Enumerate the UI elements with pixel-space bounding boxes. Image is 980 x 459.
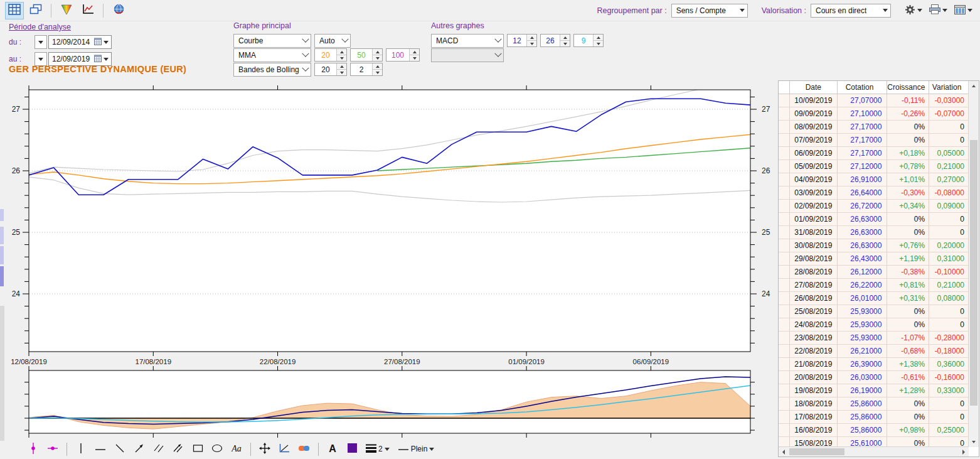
print-button[interactable]	[928, 3, 949, 18]
columns-button[interactable]	[953, 4, 974, 18]
font-button[interactable]: A	[327, 441, 338, 456]
table-row[interactable]: 23/08/201925,93000-1,07%-0,28000	[779, 332, 969, 345]
table-row[interactable]: 19/08/201926,19000+1,28%0,33000	[779, 384, 969, 397]
calendar-icon[interactable]	[94, 38, 102, 47]
spinner-down-button[interactable]	[594, 41, 603, 46]
table-row[interactable]: 09/09/201927,10000-0,26%-0,07000	[779, 107, 969, 121]
table-row[interactable]: 01/09/201926,630000%0	[779, 213, 969, 226]
macd-slow-spinner[interactable]: 26	[540, 34, 570, 47]
table-row[interactable]: 31/08/201926,630000%0	[779, 226, 969, 239]
table-row[interactable]: 02/09/201926,72000+0,34%0,09000	[779, 200, 969, 213]
oblique-line-tool[interactable]	[114, 441, 125, 456]
header-cotation[interactable]: Cotation	[838, 81, 888, 94]
table-row[interactable]: 29/08/201926,43000+1,19%0,31000	[779, 252, 969, 266]
horizontal-line-tool[interactable]	[95, 441, 106, 456]
header-croissance[interactable]: Croissance	[887, 81, 929, 94]
spinner-down-button[interactable]	[527, 41, 536, 46]
spinner-up-button[interactable]	[594, 35, 603, 41]
chart-button[interactable]	[78, 2, 97, 19]
table-row[interactable]: 24/08/201925,930000%0	[779, 318, 969, 332]
table-row[interactable]: 07/09/201927,170000%0	[779, 134, 969, 147]
spinner-value[interactable]: 12	[508, 35, 526, 46]
horizontal-marker-tool[interactable]	[47, 441, 58, 456]
text-tool[interactable]: Aa	[231, 441, 242, 456]
spinner-up-button[interactable]	[373, 49, 382, 55]
cascade-windows-button[interactable]	[26, 2, 45, 19]
spinner-down-button[interactable]	[337, 70, 346, 75]
table-row[interactable]: 26/08/201926,01000+0,31%0,08000	[779, 292, 969, 305]
header-variation[interactable]: Variation	[929, 81, 969, 94]
table-row[interactable]: 20/08/201926,03000-0,61%-0,16000	[779, 371, 969, 384]
spinner-value[interactable]: 9	[574, 35, 593, 46]
filter-button[interactable]	[57, 2, 76, 19]
mma-period3-spinner[interactable]: 100	[386, 48, 420, 62]
calendar-icon[interactable]	[94, 55, 102, 64]
table-row[interactable]: 03/09/201926,64000-0,30%-0,08000	[779, 186, 969, 200]
line-width-select[interactable]: 2	[366, 441, 390, 456]
parallel-lines-tool[interactable]	[153, 441, 164, 456]
vertical-marker-tool[interactable]	[28, 441, 39, 456]
spinner-down-button[interactable]	[410, 55, 419, 61]
spinner-value[interactable]: 100	[386, 49, 409, 61]
web-button[interactable]	[109, 2, 128, 19]
grid-view-button[interactable]	[5, 2, 24, 19]
scroll-down-button[interactable]	[969, 437, 979, 447]
spinner-value[interactable]: 50	[351, 49, 372, 61]
spinner-up-button[interactable]	[337, 63, 346, 70]
arrow-tool[interactable]	[134, 441, 145, 456]
spinner-down-button[interactable]	[560, 41, 570, 46]
graph-type-select[interactable]: Courbe	[233, 34, 311, 48]
spinner-value[interactable]: 20	[315, 49, 336, 61]
trend-chart-tool[interactable]	[279, 441, 290, 456]
scale-select[interactable]: Auto	[314, 34, 351, 48]
table-vertical-scrollbar[interactable]	[968, 81, 979, 447]
spinner-down-button[interactable]	[373, 70, 382, 75]
table-row[interactable]: 05/09/201927,12000+0,78%0,21000	[779, 160, 969, 173]
move-tool[interactable]	[259, 441, 270, 456]
header-date[interactable]: Date	[790, 81, 838, 94]
spinner-up-button[interactable]	[527, 35, 536, 41]
vertical-line-tool[interactable]	[75, 441, 87, 456]
table-horizontal-scrollbar[interactable]	[779, 446, 969, 456]
table-row[interactable]: 27/08/201926,22000+0,81%0,21000	[779, 279, 969, 292]
spinner-up-button[interactable]	[560, 35, 570, 41]
table-row[interactable]: 06/09/201927,17000+0,18%0,05000	[779, 147, 969, 160]
color-button[interactable]	[346, 441, 358, 456]
spinner-down-button[interactable]	[337, 55, 346, 61]
eraser-tool[interactable]	[298, 441, 310, 456]
mma-period2-spinner[interactable]: 50	[350, 48, 383, 62]
scroll-right-button[interactable]	[959, 447, 969, 456]
macd-signal-spinner[interactable]: 9	[573, 34, 604, 47]
vertical-scroll-thumb[interactable]	[970, 140, 977, 406]
spinner-down-button[interactable]	[373, 55, 382, 61]
table-row[interactable]: 08/09/201927,170000%0	[779, 121, 969, 134]
du-preset-select[interactable]	[35, 35, 47, 49]
table-row[interactable]: 30/08/201926,63000+0,76%0,20000	[779, 239, 969, 252]
spinner-up-button[interactable]	[337, 49, 346, 55]
spinner-value[interactable]: 2	[351, 63, 372, 75]
horizontal-scroll-thumb[interactable]	[789, 448, 844, 455]
table-row[interactable]: 28/08/201926,12000-0,38%-0,10000	[779, 266, 969, 279]
table-row[interactable]: 18/08/201925,860000%0	[779, 397, 969, 411]
regroupement-select[interactable]: Sens / Compte	[671, 4, 748, 18]
spinner-value[interactable]: 20	[315, 63, 336, 75]
table-row[interactable]: 16/08/201925,86000+0,98%0,25000	[779, 424, 969, 437]
spinner-up-button[interactable]	[373, 63, 382, 70]
bollinger-deviation-spinner[interactable]: 2	[350, 63, 383, 76]
date-du-input[interactable]: 12/09/2014	[48, 35, 112, 49]
valorisation-select[interactable]: Cours en direct	[811, 4, 891, 18]
table-row[interactable]: 15/08/201925,610000%0	[779, 437, 969, 447]
scroll-up-button[interactable]	[969, 81, 979, 91]
ellipse-tool[interactable]	[211, 441, 223, 456]
rectangle-tool[interactable]	[192, 441, 203, 456]
mma-period1-spinner[interactable]: 20	[314, 48, 347, 62]
spinner-value[interactable]: 26	[541, 35, 560, 46]
macd-fast-spinner[interactable]: 12	[507, 34, 537, 47]
table-row[interactable]: 17/08/201925,860000%0	[779, 411, 969, 424]
spinner-up-button[interactable]	[410, 49, 419, 55]
bollinger-period-spinner[interactable]: 20	[314, 63, 347, 76]
table-row[interactable]: 21/08/201926,39000+1,38%0,36000	[779, 358, 969, 371]
line-style-select[interactable]: Plein	[398, 441, 435, 456]
table-row[interactable]: 04/09/201926,91000+1,01%0,27000	[779, 173, 969, 186]
table-row[interactable]: 25/08/201925,930000%0	[779, 305, 969, 318]
